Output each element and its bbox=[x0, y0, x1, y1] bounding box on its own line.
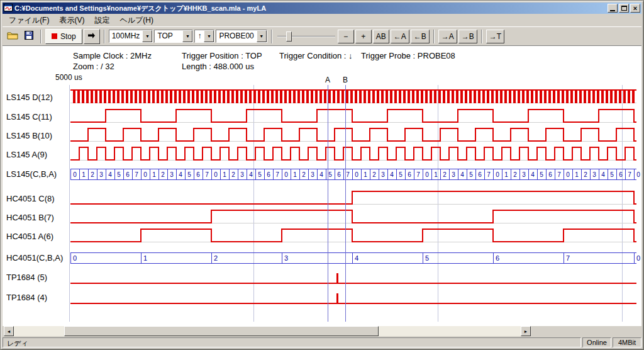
bus-value: 5 bbox=[258, 171, 262, 178]
go-a-backward-button[interactable]: ←A bbox=[391, 30, 409, 43]
zoom-label: Zoom : / 32 bbox=[73, 62, 114, 71]
bus-value: 1 bbox=[575, 171, 579, 178]
go-a-forward-button[interactable]: →A bbox=[438, 30, 457, 43]
bus-value: 7 bbox=[628, 171, 631, 178]
go-trigger-button[interactable]: →T bbox=[486, 30, 504, 43]
waveform-trace bbox=[70, 110, 636, 122]
trigger-probe-label: Trigger Probe : PROBE08 bbox=[361, 51, 455, 60]
channel-label: HC4051(C,B,A) bbox=[6, 253, 63, 262]
bus-value: 4 bbox=[460, 171, 464, 178]
zoom-in-button[interactable]: + bbox=[355, 30, 372, 43]
bus-value: 3 bbox=[311, 171, 314, 178]
menu-file[interactable]: ファイル(F) bbox=[4, 14, 54, 27]
bus-value: 2 bbox=[513, 171, 517, 178]
zoom-slider[interactable] bbox=[277, 30, 335, 43]
channel-label: LS145(C,B,A) bbox=[6, 169, 57, 179]
scrollbar-track[interactable] bbox=[14, 326, 521, 336]
channel-label: LS145 B(10) bbox=[6, 131, 52, 140]
bus-value: 0 bbox=[355, 171, 358, 178]
stop-icon bbox=[52, 33, 57, 39]
toolbar-separator bbox=[481, 30, 482, 43]
trigger-edge-value: ↑ bbox=[195, 30, 204, 42]
bus-value: 7 bbox=[346, 171, 350, 178]
bus-value: 7 bbox=[205, 171, 209, 178]
trigger-condition-label: Trigger Condition : ↓ bbox=[279, 51, 353, 60]
maximize-icon bbox=[621, 6, 627, 11]
run-button[interactable] bbox=[84, 29, 100, 44]
bus-value: 2 bbox=[161, 171, 165, 178]
ab-range-button[interactable]: AB bbox=[373, 30, 389, 43]
bus-value: 4 bbox=[108, 171, 112, 178]
bus-value: 3 bbox=[592, 171, 596, 178]
toolbar-separator bbox=[104, 30, 105, 43]
chevron-down-icon[interactable]: ▼ bbox=[182, 30, 192, 42]
chevron-down-icon[interactable]: ▼ bbox=[204, 30, 214, 42]
bus-value: 6 bbox=[619, 171, 623, 178]
horizontal-scrollbar[interactable]: ◄ ► bbox=[4, 326, 531, 336]
bus-value: 0 bbox=[496, 171, 499, 178]
bus-value: 4 bbox=[249, 171, 253, 178]
bus-value: 6 bbox=[408, 171, 411, 178]
scrollbar-filler bbox=[531, 326, 641, 336]
horizontal-scrollbar-row: ◄ ► bbox=[3, 326, 641, 336]
status-message: レディ bbox=[3, 337, 581, 347]
go-b-forward-button[interactable]: →B bbox=[458, 30, 477, 43]
waveform-trace bbox=[70, 90, 636, 103]
titlebar[interactable]: C:¥Documents and Settings¥noname¥デスクトップ¥… bbox=[3, 3, 641, 14]
cursor-label-b: B bbox=[343, 76, 348, 84]
save-button[interactable] bbox=[21, 29, 36, 44]
pulse-mark bbox=[336, 293, 338, 303]
go-b-backward-button[interactable]: ←B bbox=[411, 30, 430, 43]
waveform-canvas[interactable]: LS145 D(12)LS145 C(11)LS145 B(10)LS145 A… bbox=[3, 46, 641, 326]
menu-view[interactable]: 表示(V) bbox=[54, 14, 89, 27]
maximize-button[interactable] bbox=[619, 4, 629, 13]
stop-button[interactable]: Stop bbox=[45, 29, 82, 44]
bus-value: 5 bbox=[399, 171, 402, 178]
window-controls: × bbox=[608, 4, 640, 13]
zoom-out-button[interactable]: − bbox=[338, 30, 354, 43]
bus-value: 3 bbox=[381, 171, 385, 178]
channel-label: TP1684 (4) bbox=[6, 293, 47, 302]
scrollbar-thumb[interactable] bbox=[64, 326, 379, 336]
open-file-button[interactable] bbox=[5, 29, 20, 44]
trigger-position-select[interactable]: TOP ▼ bbox=[154, 30, 193, 43]
toolbar: Stop 100MHz ▼ TOP ▼ ↑ ▼ PROBE00 ▼ − + AB bbox=[3, 26, 641, 45]
bus-value: 2 bbox=[372, 171, 376, 178]
waveform-panel: LS145 D(12)LS145 C(11)LS145 B(10)LS145 A… bbox=[3, 45, 641, 326]
bus-value: 6 bbox=[496, 254, 499, 262]
bus-value: 2 bbox=[302, 171, 306, 178]
chevron-down-icon[interactable]: ▼ bbox=[142, 30, 152, 42]
waveform-trace bbox=[70, 147, 636, 160]
channel-label: LS145 D(12) bbox=[6, 93, 53, 102]
bus-value: 7 bbox=[487, 171, 491, 178]
bus-value: 5 bbox=[328, 171, 332, 178]
waveform-trace bbox=[70, 191, 636, 204]
close-button[interactable]: × bbox=[630, 4, 640, 13]
waveform-trace bbox=[70, 229, 636, 242]
bus-value: 7 bbox=[416, 171, 420, 178]
trigger-probe-value: PROBE00 bbox=[216, 30, 256, 42]
bus-value: 2 bbox=[443, 171, 447, 178]
toolbar-separator bbox=[40, 30, 42, 43]
bus-value: 1 bbox=[434, 171, 438, 178]
scroll-right-icon[interactable]: ► bbox=[521, 326, 531, 336]
minimize-icon bbox=[610, 10, 615, 11]
bus-value: 6 bbox=[548, 171, 552, 178]
bus-value: 6 bbox=[478, 171, 482, 178]
bus-value: 3 bbox=[522, 171, 526, 178]
zoom-slider-thumb[interactable] bbox=[286, 31, 292, 42]
minimize-button[interactable] bbox=[608, 4, 618, 13]
menu-help[interactable]: ヘルプ(H) bbox=[114, 14, 158, 27]
trigger-edge-select[interactable]: ↑ ▼ bbox=[194, 30, 214, 43]
sample-clock-label: Sample Clock : 2MHz bbox=[73, 51, 152, 60]
scroll-left-icon[interactable]: ◄ bbox=[4, 326, 14, 336]
bus-value: 2 bbox=[231, 171, 235, 178]
sample-clock-select[interactable]: 100MHz ▼ bbox=[109, 30, 153, 43]
pulse-mark bbox=[336, 273, 338, 283]
trigger-probe-select[interactable]: PROBE00 ▼ bbox=[216, 30, 267, 43]
bus-value: 3 bbox=[284, 254, 288, 262]
length-label: Length : 488.000 us bbox=[182, 62, 254, 71]
menu-settings[interactable]: 設定 bbox=[89, 14, 114, 27]
chevron-down-icon[interactable]: ▼ bbox=[257, 30, 267, 42]
bus-value: 2 bbox=[91, 171, 94, 178]
